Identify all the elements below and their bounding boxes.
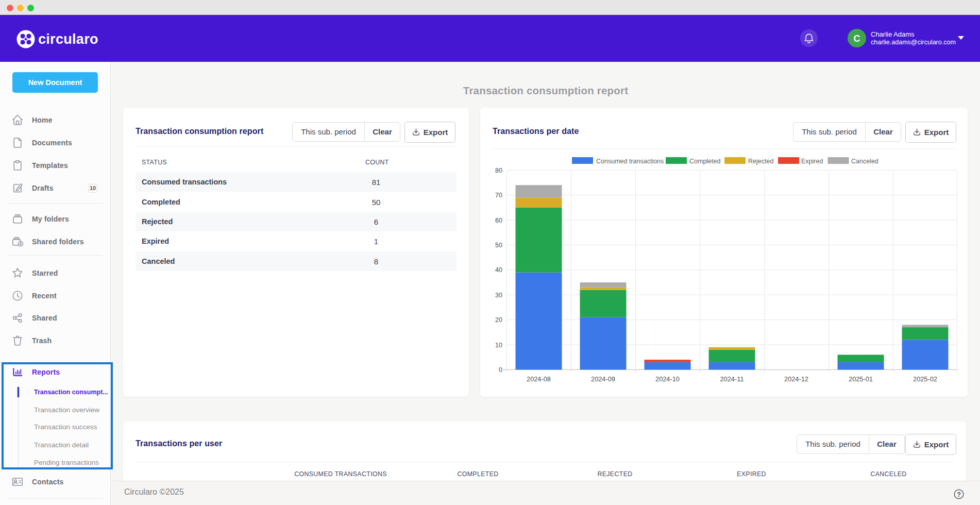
svg-text:Rejected: Rejected [748, 158, 773, 165]
svg-text:40: 40 [495, 266, 502, 274]
svg-text:80: 80 [495, 167, 502, 174]
svg-text:2024-11: 2024-11 [720, 375, 744, 383]
svg-text:10: 10 [495, 342, 502, 349]
svg-text:60: 60 [495, 217, 502, 224]
svg-text:Canceled: Canceled [851, 158, 878, 165]
svg-text:70: 70 [495, 192, 502, 199]
svg-text:circularo: circularo [38, 31, 98, 47]
svg-text:Completed: Completed [689, 158, 720, 165]
svg-text:2025-01: 2025-01 [849, 375, 873, 383]
svg-text:50: 50 [495, 242, 502, 249]
svg-text:20: 20 [495, 316, 502, 324]
svg-text:30: 30 [495, 292, 502, 299]
svg-text:2025-02: 2025-02 [913, 375, 937, 383]
svg-text:2024-08: 2024-08 [527, 375, 551, 383]
svg-text:0: 0 [499, 366, 502, 374]
svg-text:C: C [854, 33, 860, 44]
svg-text:charlie.adams@circularo.com: charlie.adams@circularo.com [871, 39, 956, 46]
svg-text:2024-12: 2024-12 [784, 375, 808, 383]
svg-text:Consumed transactions: Consumed transactions [596, 158, 664, 165]
svg-text:?: ? [957, 491, 961, 498]
svg-text:Charlie Adams: Charlie Adams [871, 30, 915, 38]
svg-text:Expired: Expired [801, 158, 823, 165]
svg-text:2024-10: 2024-10 [655, 375, 680, 383]
svg-text:2024-09: 2024-09 [591, 375, 615, 383]
